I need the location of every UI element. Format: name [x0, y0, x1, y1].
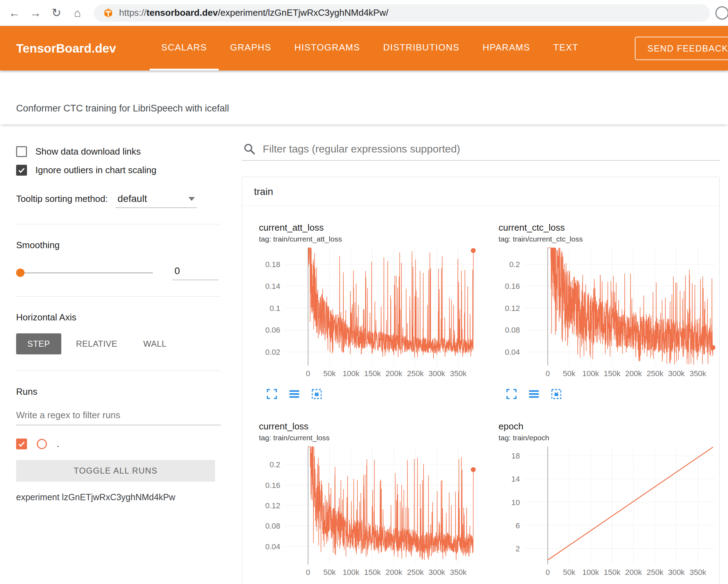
svg-text:0: 0 — [545, 369, 550, 378]
svg-text:100k: 100k — [343, 568, 360, 577]
tab-distributions[interactable]: DISTRIBUTIONS — [372, 26, 471, 70]
tensorboard-logo[interactable]: TensorBoard.dev — [0, 41, 116, 55]
app-header: TensorBoard.dev SCALARS GRAPHS HISTOGRAM… — [0, 26, 728, 70]
tag-group-title: train — [254, 186, 273, 197]
forward-button[interactable]: → — [26, 4, 45, 22]
expand-chart-button[interactable] — [266, 388, 278, 400]
home-button[interactable]: ⌂ — [68, 4, 87, 22]
run-checkbox[interactable] — [16, 439, 27, 449]
back-button[interactable]: ← — [5, 4, 24, 22]
expand-chart-button[interactable] — [506, 388, 517, 400]
scalar-chart[interactable]: 050k100k150k200k250k300k350k26101418 — [491, 444, 719, 583]
step-axis-button[interactable]: STEP — [16, 333, 61, 354]
tab-histograms[interactable]: HISTOGRAMS — [283, 26, 371, 70]
fit-domain-button[interactable] — [550, 388, 562, 400]
tab-text[interactable]: TEXT — [542, 26, 590, 70]
svg-text:0: 0 — [306, 568, 310, 577]
svg-text:200k: 200k — [385, 568, 403, 577]
svg-text:0.16: 0.16 — [265, 481, 280, 490]
svg-text:150k: 150k — [364, 369, 381, 378]
svg-text:100k: 100k — [582, 568, 599, 577]
divider — [16, 371, 221, 371]
tooltip-sorting-label: Tooltip sorting method: — [16, 193, 108, 204]
divider — [16, 224, 221, 224]
tag-group-card: train current_att_loss tag: train/curren… — [242, 177, 720, 584]
chart-tag: tag: train/epoch — [491, 434, 720, 442]
main-area: train current_att_loss tag: train/curren… — [231, 124, 728, 584]
reload-button[interactable]: ↻ — [47, 4, 66, 22]
svg-text:0.18: 0.18 — [265, 260, 280, 269]
svg-text:300k: 300k — [428, 568, 446, 577]
svg-text:0.12: 0.12 — [265, 501, 280, 510]
svg-text:200k: 200k — [625, 568, 642, 577]
chart-card-epoch: epoch tag: train/epoch 050k100k150k200k2… — [491, 421, 720, 584]
send-feedback-button[interactable]: SEND FEEDBACK — [635, 36, 728, 60]
ignore-outliers-label: Ignore outliers in chart scaling — [35, 165, 156, 176]
search-icon — [243, 143, 256, 155]
svg-text:100k: 100k — [343, 369, 360, 378]
log-scale-button[interactable] — [528, 388, 540, 400]
run-row: . — [16, 439, 221, 449]
svg-text:0.06: 0.06 — [265, 326, 280, 334]
tab-hparams[interactable]: HPARAMS — [471, 26, 542, 70]
tag-group-header[interactable]: train — [242, 177, 719, 206]
svg-text:250k: 250k — [407, 369, 424, 378]
svg-text:0.16: 0.16 — [505, 282, 520, 291]
tab-graphs[interactable]: GRAPHS — [219, 26, 283, 70]
svg-text:0.12: 0.12 — [505, 304, 520, 313]
svg-text:0: 0 — [306, 369, 310, 378]
svg-text:50k: 50k — [323, 369, 336, 378]
chart-toolbar — [251, 388, 482, 400]
svg-text:50k: 50k — [563, 568, 576, 577]
title-strip: Conformer CTC training for LibriSpeech w… — [0, 70, 728, 124]
smoothing-value-field[interactable]: 0 — [172, 265, 219, 280]
scalar-chart[interactable]: 050k100k150k200k250k300k350k0.020.060.10… — [251, 245, 479, 384]
svg-text:0.02: 0.02 — [265, 348, 280, 356]
divider — [16, 296, 221, 297]
svg-text:6: 6 — [516, 521, 520, 530]
svg-text:2: 2 — [516, 544, 520, 553]
run-color-icon — [37, 439, 47, 449]
dropdown-caret-icon — [188, 197, 195, 201]
chart-card-current-loss: current_loss tag: train/current_loss 050… — [251, 421, 482, 584]
runs-filter-input[interactable] — [16, 408, 221, 425]
svg-text:0.14: 0.14 — [265, 282, 280, 291]
svg-text:0.04: 0.04 — [265, 542, 280, 551]
charts-grid: current_att_loss tag: train/current_att_… — [242, 206, 719, 584]
tooltip-sorting-dropdown[interactable]: default — [116, 193, 197, 208]
browser-avatar[interactable] — [715, 6, 728, 20]
scalar-chart[interactable]: 050k100k150k200k250k300k350k0.040.080.12… — [251, 444, 479, 583]
home-icon: ⌂ — [74, 6, 81, 20]
svg-text:350k: 350k — [450, 568, 467, 577]
horizontal-axis-label: Horizontal Axis — [16, 312, 221, 323]
svg-text:0.2: 0.2 — [509, 260, 520, 269]
header-tabs: SCALARS GRAPHS HISTOGRAMS DISTRIBUTIONS … — [150, 26, 590, 70]
smoothing-label: Smoothing — [16, 240, 221, 251]
fit-domain-button[interactable] — [311, 388, 323, 400]
svg-text:300k: 300k — [668, 369, 685, 378]
slider-thumb[interactable] — [16, 269, 25, 277]
svg-text:250k: 250k — [647, 568, 664, 577]
site-favicon-icon — [103, 8, 114, 18]
smoothing-slider[interactable] — [16, 268, 153, 277]
svg-text:200k: 200k — [625, 369, 642, 378]
chart-title: epoch — [491, 421, 720, 432]
ignore-outliers-checkbox[interactable] — [16, 165, 27, 176]
filter-tags-row — [242, 143, 720, 161]
svg-text:50k: 50k — [563, 369, 576, 378]
toggle-all-runs-button[interactable]: TOGGLE ALL RUNS — [16, 460, 215, 482]
url-bar[interactable]: https://tensorboard.dev/experiment/lzGnE… — [94, 4, 710, 22]
svg-text:14: 14 — [511, 475, 520, 483]
svg-text:350k: 350k — [689, 369, 707, 378]
filter-tags-input[interactable] — [262, 143, 718, 155]
log-scale-button[interactable] — [288, 388, 300, 400]
content: Show data download links Ignore outliers… — [0, 124, 728, 584]
wall-axis-button[interactable]: WALL — [132, 333, 178, 354]
chart-tag: tag: train/current_att_loss — [251, 235, 482, 243]
relative-axis-button[interactable]: RELATIVE — [65, 333, 129, 354]
svg-text:150k: 150k — [604, 369, 621, 378]
tab-scalars[interactable]: SCALARS — [150, 26, 218, 70]
show-download-links-checkbox[interactable] — [16, 146, 27, 157]
scalar-chart[interactable]: 050k100k150k200k250k300k350k0.040.080.12… — [491, 245, 719, 384]
svg-text:50k: 50k — [323, 568, 336, 577]
